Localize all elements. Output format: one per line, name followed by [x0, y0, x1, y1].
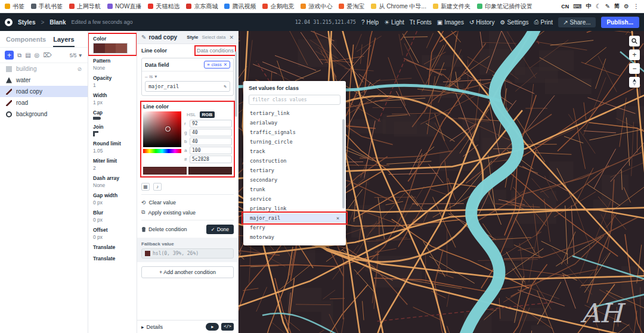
class-value-option[interactable]: traffic_signals — [243, 127, 346, 137]
duplicate-layer-icon[interactable]: ⧉ — [17, 52, 21, 59]
class-value-option[interactable]: tertiary — [243, 166, 346, 175]
rgb-mode-button[interactable]: RGB — [200, 111, 215, 118]
prop-pattern[interactable]: PatternNone — [88, 55, 137, 73]
tab-style[interactable]: Style — [187, 35, 198, 40]
class-value-option[interactable]: motorway — [243, 232, 346, 242]
style-across-zoom-icon[interactable]: ▦ — [141, 183, 150, 191]
green-input[interactable]: 40 — [190, 129, 232, 136]
group-layers-icon[interactable]: ▤ — [25, 52, 30, 58]
history-button[interactable]: ↺History — [469, 19, 495, 26]
popup-scrollbar[interactable] — [342, 119, 345, 208]
prop-gap-width[interactable]: Gap width0 px — [88, 190, 137, 207]
clear-value-button[interactable]: ⟲Clear value — [141, 198, 234, 207]
picker-crosshair[interactable] — [165, 126, 171, 132]
bookmark-item[interactable]: 印象笔记插件设置 — [477, 2, 532, 11]
class-value-option[interactable]: primary_link — [243, 204, 346, 213]
bookmark-item[interactable]: 爱淘宝 — [339, 2, 364, 11]
hex-input[interactable]: 5c2828 — [190, 155, 232, 163]
images-button[interactable]: ▣Images — [437, 19, 464, 26]
prop-offset[interactable]: Offset0 px — [88, 225, 137, 242]
style-name[interactable]: Blank — [49, 19, 66, 26]
bookmark-item[interactable]: 天猫精选 — [148, 2, 179, 11]
prop-color[interactable]: Color — [88, 33, 137, 55]
pen-icon[interactable]: ✎ — [605, 3, 610, 10]
ime-variant-indicator[interactable]: 简 — [614, 2, 620, 10]
class-value-option-selected[interactable]: major_rail✕ — [243, 213, 346, 223]
swatch[interactable] — [143, 167, 187, 175]
publish-button[interactable]: Publish... — [601, 17, 639, 28]
zoom-in-button[interactable]: + — [629, 49, 640, 60]
layer-filter[interactable]: 5/5▼ — [70, 52, 83, 58]
saturation-value-square[interactable] — [143, 111, 181, 147]
hue-slider[interactable] — [143, 149, 181, 153]
condition-value-input[interactable]: major_rail ✎ — [145, 81, 230, 92]
blue-input[interactable]: 40 — [190, 138, 232, 145]
bookmark-item[interactable]: 手机书签 — [31, 2, 63, 11]
delete-condition-button[interactable]: Delete condition — [141, 226, 187, 232]
tab-components[interactable]: Components — [6, 36, 46, 47]
delete-layer-icon[interactable]: ⌦ — [43, 52, 51, 58]
prop-width[interactable]: Width1 px — [88, 90, 137, 107]
prop-round-limit[interactable]: Round limit1.05 — [88, 138, 137, 155]
remove-chip-icon[interactable]: ✕ — [224, 62, 227, 67]
formula-icon[interactable]: ♪ — [153, 183, 162, 191]
prop-dash-array[interactable]: Dash arrayNone — [88, 173, 137, 190]
inspect-layer-icon[interactable]: ◎ — [35, 52, 40, 58]
remove-value-icon[interactable]: ✕ — [336, 215, 339, 221]
color-swatch[interactable] — [93, 43, 128, 54]
search-button[interactable] — [629, 36, 640, 46]
layer-row-road-copy[interactable]: road copy — [0, 86, 88, 97]
more-dots-icon[interactable]: ⋮ — [633, 3, 639, 10]
add-condition-button[interactable]: + Add another condition — [141, 266, 234, 278]
ime-lang-indicator[interactable]: 中 — [586, 2, 592, 10]
print-button[interactable]: ⎙Print — [534, 18, 553, 26]
tab-layers[interactable]: Layers — [53, 36, 74, 47]
hsl-mode-button[interactable]: HSL — [184, 111, 199, 118]
details-toggle[interactable]: Details — [147, 324, 163, 330]
keyboard-icon[interactable]: ⌨ — [573, 3, 581, 10]
bookmark-item[interactable]: 书签 — [5, 2, 24, 11]
share-button[interactable]: ↗Share... — [558, 17, 595, 27]
bookmark-folder[interactable]: 新建文件夹 — [433, 2, 470, 11]
settings-button[interactable]: ⚙Settings — [500, 19, 528, 26]
class-value-option[interactable]: construction — [243, 156, 346, 166]
bookmark-folder[interactable]: 从 Chrome 中导... — [371, 2, 426, 11]
bookmark-item[interactable]: 腾讯视频 — [224, 2, 256, 11]
class-value-option[interactable]: turning_circle — [243, 137, 346, 147]
class-value-option[interactable]: service — [243, 194, 346, 204]
gear-icon[interactable]: ⚙ — [624, 3, 629, 10]
class-value-option[interactable]: tertiary_link — [243, 108, 346, 118]
ime-cn-indicator[interactable]: CN — [561, 4, 569, 10]
add-layer-button[interactable]: + — [5, 51, 14, 60]
class-value-option[interactable]: ferry — [243, 223, 346, 232]
layer-row-background[interactable]: background — [0, 108, 88, 120]
bookmark-item[interactable]: NOW直播 — [107, 2, 141, 11]
class-field-chip[interactable]: ≡class✕ — [204, 61, 230, 69]
fallback-value-input[interactable]: hsl(0, 39%, 26%) — [141, 248, 234, 259]
class-value-option[interactable]: secondary — [243, 175, 346, 185]
breadcrumb-styles[interactable]: Styles — [18, 19, 35, 26]
prop-cap[interactable]: Cap — [88, 107, 137, 122]
done-button[interactable]: ✓Done — [206, 225, 234, 234]
red-input[interactable]: 92 — [190, 120, 232, 127]
layer-row-building[interactable]: building ⊘ — [0, 63, 88, 74]
edit-value-pencil-icon[interactable]: ✎ — [224, 83, 227, 89]
prop-blur[interactable]: Blur0 px — [88, 207, 137, 225]
class-filter-input[interactable] — [249, 95, 340, 105]
bookmark-item[interactable]: 京东商城 — [186, 2, 218, 11]
fonts-button[interactable]: TtFonts — [410, 19, 432, 26]
apply-existing-value-button[interactable]: ⧉Apply existing value — [141, 207, 234, 217]
visibility-off-icon[interactable]: ⊘ — [77, 66, 82, 72]
operator-select[interactable]: is — [149, 74, 153, 79]
bookmark-item[interactable]: 上网导航 — [69, 2, 101, 11]
class-value-option[interactable]: trunk — [243, 185, 346, 194]
prop-join[interactable]: Join — [88, 122, 137, 138]
mapbox-logo[interactable] — [5, 18, 13, 26]
tab-select-data[interactable]: Select data — [202, 35, 225, 40]
prop-opacity[interactable]: Opacity1 — [88, 73, 137, 90]
moon-icon[interactable]: ☾ — [596, 3, 601, 10]
bookmark-item[interactable]: 游戏中心 — [301, 2, 332, 11]
layer-row-water[interactable]: water — [0, 74, 88, 86]
close-icon[interactable]: ✕ — [229, 35, 234, 41]
prop-translate-2[interactable]: Translate — [88, 253, 137, 264]
